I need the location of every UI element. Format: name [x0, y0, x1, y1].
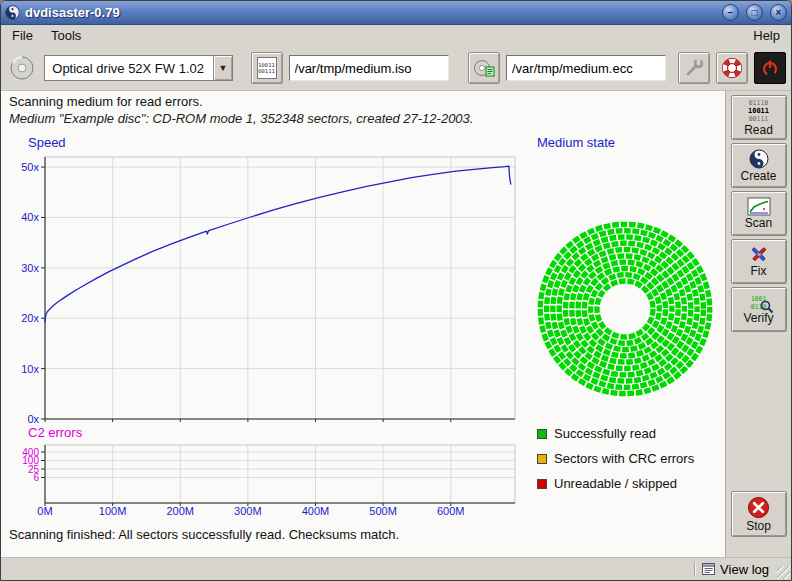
select-image-file-button[interactable]: 10011 00111 — [251, 52, 283, 84]
menu-file[interactable]: File — [3, 26, 42, 45]
select-ecc-file-button[interactable] — [468, 52, 500, 84]
svg-text:10x: 10x — [21, 363, 39, 375]
wrench-icon — [683, 57, 705, 79]
stop-button[interactable]: Stop — [731, 491, 787, 537]
power-icon — [759, 57, 781, 79]
magnifier-icon — [760, 300, 774, 314]
legend-item-read: Successfully read — [537, 427, 694, 440]
legend-item-unreadable: Unreadable / skipped — [537, 477, 694, 490]
read-button[interactable]: 01110 10011 00111 Read — [731, 95, 787, 140]
help-lifebuoy-button[interactable] — [716, 52, 748, 84]
green-swatch — [537, 429, 547, 439]
main-panel: 0x10x20x30x40x50x0M100M200M300M400M500M6… — [1, 91, 725, 557]
svg-text:0x: 0x — [27, 413, 39, 425]
chevron-down-icon: ▼ — [213, 56, 232, 80]
image-file-binary-icon: 10011 00111 — [257, 57, 277, 79]
verify-binary-icon: 1001 0110 — [751, 295, 767, 311]
drive-dropdown-value: Optical drive 52X FW 1.02 — [45, 56, 213, 80]
scan-button[interactable]: Scan — [731, 191, 787, 236]
app-yinyang-icon — [5, 5, 20, 20]
speed-chart-title: Speed — [28, 135, 66, 150]
close-button[interactable]: × — [770, 4, 787, 21]
svg-text:40x: 40x — [21, 211, 39, 223]
create-button[interactable]: Create — [731, 143, 787, 188]
svg-text:100M: 100M — [99, 505, 127, 517]
binary-read-icon: 01110 10011 00111 — [748, 99, 769, 123]
preferences-button[interactable] — [678, 52, 710, 84]
ecc-file-icon — [473, 57, 495, 79]
quit-button[interactable] — [754, 52, 786, 84]
svg-text:400M: 400M — [302, 505, 330, 517]
svg-text:300M: 300M — [234, 505, 262, 517]
scan-graph-icon — [747, 197, 771, 216]
menu-help[interactable]: Help — [744, 26, 789, 45]
minimize-button[interactable]: − — [722, 4, 739, 21]
status-line-1: Scanning medium for read errors. — [9, 94, 203, 109]
ecc-file-input[interactable] — [506, 55, 666, 81]
titlebar[interactable]: dvdisaster-0.79 − □ × — [1, 1, 791, 25]
window-title: dvdisaster-0.79 — [25, 5, 715, 20]
cd-drive-icon — [9, 55, 35, 81]
svg-text:30x: 30x — [21, 262, 39, 274]
medium-state-legend: Successfully read Sectors with CRC error… — [537, 427, 694, 490]
maximize-button[interactable]: □ — [746, 4, 763, 21]
resize-grip[interactable] — [777, 566, 790, 579]
drive-select-button[interactable] — [6, 52, 38, 84]
bottombar: View log — [1, 557, 791, 580]
svg-text:6: 6 — [33, 472, 39, 483]
svg-text:200M: 200M — [166, 505, 194, 517]
menu-tools[interactable]: Tools — [42, 26, 90, 45]
image-file-input[interactable] — [289, 55, 449, 81]
view-log-button[interactable]: View log — [696, 560, 775, 579]
verify-button[interactable]: 1001 0110 Verify — [731, 287, 787, 332]
menubar: File Tools Help — [1, 25, 791, 46]
svg-text:0M: 0M — [37, 505, 52, 517]
lifebuoy-icon — [721, 57, 743, 79]
medium-state-title: Medium state — [537, 135, 615, 150]
c2-errors-chart-title: C2 errors — [28, 425, 82, 440]
toolbar: Optical drive 52X FW 1.02 ▼ 10011 00111 — [1, 46, 791, 91]
action-sidebar: 01110 10011 00111 Read Create — [725, 91, 791, 557]
drive-dropdown[interactable]: Optical drive 52X FW 1.02 ▼ — [44, 55, 233, 81]
log-window-icon — [702, 563, 715, 575]
red-swatch — [537, 479, 547, 489]
svg-text:600M: 600M — [437, 505, 465, 517]
yellow-swatch — [537, 454, 547, 464]
stop-x-icon — [747, 496, 770, 519]
tools-icon — [748, 245, 770, 264]
legend-item-crc: Sectors with CRC errors — [537, 452, 694, 465]
svg-text:500M: 500M — [369, 505, 397, 517]
status-line-2: Medium "Example disc": CD-ROM mode 1, 35… — [9, 111, 473, 126]
svg-text:20x: 20x — [21, 312, 39, 324]
dvdisaster-window: dvdisaster-0.79 − □ × File Tools Help Op… — [0, 0, 792, 581]
fix-button[interactable]: Fix — [731, 239, 787, 284]
svg-text:50x: 50x — [21, 161, 39, 173]
scan-result-status: Scanning finished: All sectors successfu… — [9, 527, 399, 542]
yinyang-icon — [749, 149, 769, 169]
